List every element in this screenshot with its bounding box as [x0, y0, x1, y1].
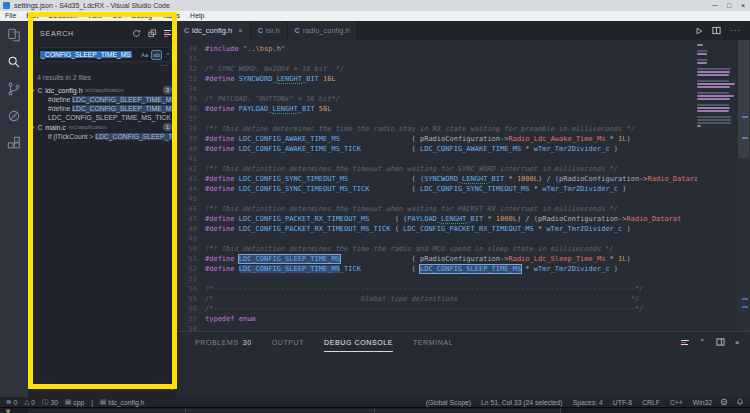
menu-go[interactable]: Go [107, 11, 126, 21]
menu-selection[interactable]: Selection [43, 11, 82, 21]
search-input[interactable]: _CONFIG_SLEEP_TIME_MS Aaab.* [37, 47, 172, 62]
result-file-row[interactable]: ▾Cldc_config.hsrc\application3 [28, 85, 177, 95]
code-line[interactable]: 57typedef enum [177, 314, 697, 324]
code-line[interactable]: 39#define LDC_CONFIG_AWAKE_TIME_MS ( pRa… [177, 134, 697, 144]
close-button[interactable]: × [736, 0, 750, 11]
line-number: 36 [177, 104, 205, 114]
notifications-bell-icon[interactable] [736, 398, 744, 406]
refresh-icon[interactable] [132, 29, 141, 38]
activity-item-debug[interactable] [0, 102, 28, 129]
status-item-spaces-4[interactable]: Spaces: 4 [573, 399, 603, 406]
more-actions-icon[interactable]: ··· [730, 26, 741, 35]
result-match-row[interactable]: LDC_CONFIG_SLEEP_TIME_MS_TICK ( [28, 113, 177, 122]
toggle-search-details-icon[interactable]: ··· [28, 62, 177, 71]
match-case-icon[interactable]: Aa [141, 51, 148, 59]
regex-icon[interactable]: .* [165, 51, 169, 59]
whole-word-icon[interactable]: ab [151, 50, 162, 60]
feedback-smiley-icon[interactable] [720, 398, 728, 406]
panel-tab-terminal[interactable]: TERMINAL [413, 332, 453, 352]
code-line[interactable]: 42/*! This definition determines the tim… [177, 164, 697, 174]
code-line[interactable]: 49 [177, 234, 697, 244]
code-line[interactable]: 53 [177, 274, 697, 284]
run-icon[interactable] [695, 27, 703, 35]
menu-debug[interactable]: Debug [127, 11, 158, 21]
status-item--global-scope-[interactable]: (Global Scope) [426, 399, 471, 406]
code-line[interactable]: 55/* Global type definitions */ [177, 294, 697, 304]
open-new-search-editor-icon[interactable] [164, 30, 171, 37]
code-editor[interactable]: 30#include "..\bsp.h"3132/* SYNC WORD: 0… [177, 40, 750, 332]
code-line[interactable]: 50/*! This definition determines the tim… [177, 244, 697, 254]
tab-radio_config.h[interactable]: Cradio_config.h [288, 21, 358, 40]
activity-item-search[interactable] [0, 48, 28, 75]
tab-isr.h[interactable]: Cisr.h [251, 21, 288, 40]
status-item-win32[interactable]: Win32 [693, 399, 712, 406]
status-item-ln-51-col-33-24-selected-[interactable]: Ln 51, Col 33 (24 selected) [481, 399, 563, 406]
maximize-panel-icon[interactable]: ⌃ [699, 338, 705, 346]
database-icon[interactable]: ▤ldc_config.h [100, 398, 144, 406]
code-line[interactable]: 47#define LDC_CONFIG_PACKET_RX_TIMEOUT_M… [177, 214, 697, 224]
code-line[interactable]: 41 [177, 154, 697, 164]
result-match-row[interactable]: #define LDC_CONFIG_SLEEP_TIME_MS [28, 95, 177, 104]
code-line[interactable]: 35/* PAYLOAD: "BUTTONx" = 56 bit*/ [177, 94, 697, 104]
code-line[interactable]: 36#define PAYLOAD_LENGHT_BIT 56L [177, 104, 697, 114]
taskbar-window-button[interactable] [28, 409, 185, 413]
activity-item-explorer[interactable] [0, 21, 28, 48]
code-line[interactable]: 56/*------------------------------------… [177, 304, 697, 314]
activity-item-source-control[interactable] [0, 75, 28, 102]
menu-file[interactable]: File [0, 11, 21, 21]
code-line[interactable]: 37 [177, 114, 697, 124]
code-line[interactable]: 31 [177, 54, 697, 64]
status-item-c-[interactable]: C++ [670, 399, 683, 406]
code-line[interactable]: 38/*! This define determines the time th… [177, 124, 697, 134]
tab-ldc_config.h[interactable]: Cldc_config.h× [177, 21, 251, 40]
code-line[interactable]: 30#include "..\bsp.h" [177, 44, 697, 54]
split-editor-icon[interactable] [712, 26, 721, 35]
collapse-all-icon[interactable] [148, 29, 157, 38]
toggle-replace-chevron-icon[interactable]: ▸ [30, 51, 37, 58]
result-match-row[interactable]: #define LDC_CONFIG_SLEEP_TIME_MS_TICK [28, 104, 177, 113]
console-filter-icon[interactable] [681, 340, 689, 345]
close-icon[interactable]: × [238, 26, 243, 35]
code-line[interactable]: 46/*! This definition determines the tim… [177, 204, 697, 214]
info-icon[interactable]: ⓘ30 [42, 398, 58, 407]
menu-view[interactable]: View [82, 11, 107, 21]
code-line[interactable]: 52#define LDC_CONFIG_SLEEP_TIME_MS_TICK … [177, 264, 697, 274]
taskbar-window-button[interactable] [186, 409, 374, 413]
code-line[interactable]: 40#define LDC_CONFIG_AWAKE_TIME_MS_TICK … [177, 144, 697, 154]
panel-tab-debug-console[interactable]: DEBUG CONSOLE [324, 332, 393, 352]
chevron-right-icon[interactable]: › [171, 384, 174, 393]
taskbar-app-icon[interactable] [6, 409, 10, 413]
code-line[interactable]: 34 [177, 84, 697, 94]
editor-scrollbar[interactable] [737, 40, 750, 332]
minimap[interactable] [697, 44, 737, 332]
result-match-row[interactable]: if (lTickCount > LDC_CONFIG_SLEEP_TIME_M… [28, 132, 177, 141]
database-icon[interactable]: ▤cpp [65, 398, 84, 406]
code-line[interactable]: 33#define SYNCWORD_LENGHT_BIT 16L [177, 74, 697, 84]
taskbar-window-button[interactable] [375, 409, 560, 413]
status-item-crlf[interactable]: CRLF [642, 399, 660, 406]
code-line[interactable]: 54/*------------------------------------… [177, 284, 697, 294]
close-panel-icon[interactable]: × [735, 338, 740, 347]
code-line[interactable]: 32/* SYNC WORD: 0x2DD4 = 16 bit */ [177, 64, 697, 74]
result-file-row[interactable]: ▾Cmain.csrc\application1 [28, 122, 177, 132]
warning-icon[interactable]: △0 [24, 398, 35, 406]
menu-edit[interactable]: Edit [21, 11, 43, 21]
panel-tab-output[interactable]: OUTPUT [272, 332, 304, 352]
menu-help[interactable]: Help [185, 11, 209, 21]
status-text[interactable]: | [91, 399, 93, 406]
code-lines[interactable]: 30#include "..\bsp.h"3132/* SYNC WORD: 0… [177, 40, 697, 332]
panel-layout-icon[interactable] [716, 338, 725, 346]
status-item-utf-8[interactable]: UTF-8 [613, 399, 632, 406]
maximize-button[interactable]: □ [722, 0, 736, 11]
code-line[interactable]: 45 [177, 194, 697, 204]
code-line[interactable]: 48#define LDC_CONFIG_PACKET_RX_TIMEOUT_M… [177, 224, 697, 234]
minimize-button[interactable]: ─ [708, 0, 722, 11]
error-icon[interactable]: ⊗0 [6, 398, 17, 406]
activity-item-extensions[interactable] [0, 129, 28, 156]
code-line[interactable]: 43#define LDC_CONFIG_SYNC_TIMEOUT_MS ( (… [177, 174, 697, 184]
code-line[interactable]: 51#define LDC_CONFIG_SLEEP_TIME_MS ( pRa… [177, 254, 697, 264]
scrollbar-thumb[interactable] [738, 40, 749, 158]
code-line[interactable]: 44#define LDC_CONFIG_SYNC_TIMEOUT_MS_TIC… [177, 184, 697, 194]
menu-tasks[interactable]: Tasks [157, 11, 185, 21]
panel-tab-problems[interactable]: PROBLEMS30 [195, 332, 252, 352]
